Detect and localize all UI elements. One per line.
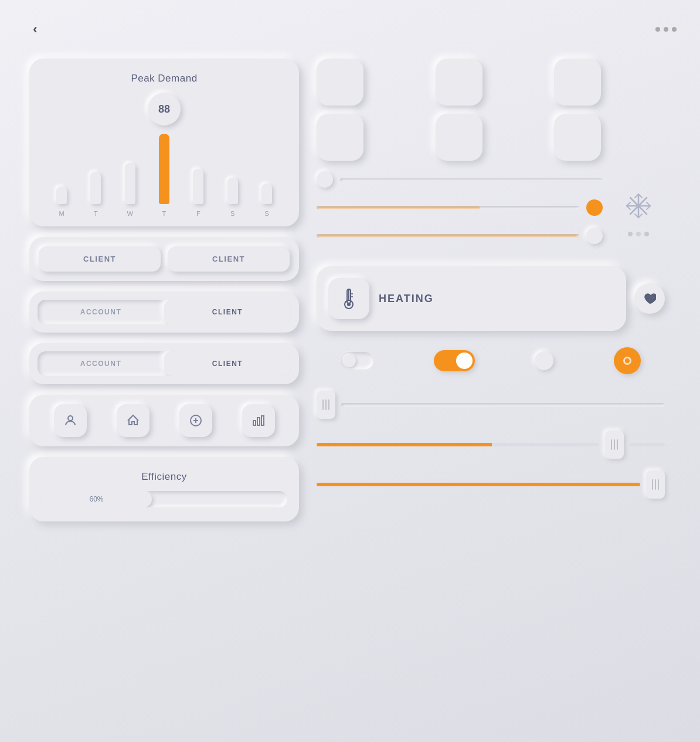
toggle-row xyxy=(311,341,671,380)
mini-dot-3 xyxy=(644,232,649,236)
client-seg-1[interactable]: CLIENT xyxy=(164,300,291,324)
icon-nav xyxy=(39,404,290,437)
efficiency-track: 60% xyxy=(41,491,287,507)
h-slider-A xyxy=(317,391,665,419)
efficiency-card: Efficiency 60% xyxy=(29,457,299,521)
h-slider-knob-A[interactable] xyxy=(317,391,335,419)
knob-line-4 xyxy=(611,439,612,450)
slider-knob-1[interactable] xyxy=(317,171,333,188)
mini-dot-1 xyxy=(628,232,633,236)
h-slider-track-C-pre xyxy=(317,483,640,486)
slider-row-2 xyxy=(317,199,603,216)
bar-W: W xyxy=(115,163,145,217)
bar-F: F xyxy=(184,169,213,217)
left-column: Peak Demand 88 M T W xyxy=(29,59,299,521)
peak-demand-card: Peak Demand 88 M T W xyxy=(29,59,299,226)
btn-group-1: CLIENT CLIENT xyxy=(29,237,299,281)
knob-line-7 xyxy=(652,479,653,490)
mini-dot-2 xyxy=(636,232,641,236)
svg-rect-4 xyxy=(253,421,256,425)
h-slider-C xyxy=(317,470,665,499)
icon-nav-card xyxy=(29,395,299,446)
h-slider-knob-B[interactable] xyxy=(605,431,624,459)
icon-sq-2 xyxy=(436,59,482,106)
back-button[interactable]: ‹ xyxy=(23,18,47,41)
right-icons-area xyxy=(612,191,665,236)
nav-home-icon[interactable] xyxy=(117,404,149,437)
heating-label: HEATING xyxy=(379,293,434,305)
bar-M: M xyxy=(47,187,76,217)
h-slider-track-B-pre xyxy=(317,443,599,446)
h-slider-B xyxy=(317,431,665,459)
dots-menu[interactable] xyxy=(655,27,677,32)
heart-button[interactable] xyxy=(634,283,665,314)
nav-chart-icon[interactable] xyxy=(242,404,275,437)
bar-S1: S xyxy=(218,178,247,217)
icon-sq-1 xyxy=(317,59,363,106)
knob-line-8 xyxy=(655,479,656,490)
slider-track-3 xyxy=(317,234,579,238)
h-slider-track-B-post xyxy=(630,443,665,446)
knob-line-9 xyxy=(658,479,659,490)
knob-line-1 xyxy=(322,399,324,410)
svg-point-0 xyxy=(68,416,73,421)
mini-dots xyxy=(628,232,649,236)
icon-sq-4 xyxy=(317,114,363,161)
icon-sq-5 xyxy=(436,114,482,161)
right-column: HEATING xyxy=(311,59,671,521)
knob-line-5 xyxy=(614,439,615,450)
knob-line-2 xyxy=(325,399,327,410)
bar-T1: T xyxy=(81,172,110,217)
nav-user-icon[interactable] xyxy=(54,404,87,437)
seg-group-1: ACCOUNT CLIENT xyxy=(29,292,299,333)
top-bar: ‹ xyxy=(12,12,688,47)
radio-on-inner xyxy=(623,357,631,365)
dot1 xyxy=(655,27,660,32)
efficiency-title: Efficiency xyxy=(41,471,287,483)
slider-track-2[interactable] xyxy=(317,206,579,209)
bottom-sliders xyxy=(311,391,671,499)
toggle-off-1[interactable] xyxy=(341,352,373,370)
account-seg-2[interactable]: ACCOUNT xyxy=(38,351,164,376)
slider-knob-orange-2[interactable] xyxy=(586,199,603,216)
slider-track-1[interactable] xyxy=(340,178,603,181)
bar-T2-active: T xyxy=(149,134,179,217)
client-btn-2[interactable]: CLIENT xyxy=(168,246,290,272)
dot3 xyxy=(672,27,677,32)
svg-rect-6 xyxy=(261,416,264,425)
icon-sq-3 xyxy=(554,59,601,106)
thermometer-icon xyxy=(328,278,369,319)
slider-knob-3[interactable] xyxy=(586,228,603,244)
bar-chart: M T W T F xyxy=(41,135,287,217)
radio-off-1[interactable] xyxy=(535,351,553,370)
efficiency-fill: 60% xyxy=(41,491,152,507)
sliders-extras-row xyxy=(311,171,671,256)
peak-demand-title: Peak Demand xyxy=(41,73,287,84)
client-btn-1[interactable]: CLIENT xyxy=(39,246,161,272)
h-slider-track-A[interactable] xyxy=(341,403,665,406)
dot2 xyxy=(664,27,668,32)
knob-line-3 xyxy=(328,399,329,410)
main-layout: Peak Demand 88 M T W xyxy=(12,59,688,521)
nav-add-icon[interactable] xyxy=(179,404,212,437)
screen: ‹ Peak Demand 88 M T xyxy=(0,0,700,742)
svg-rect-5 xyxy=(257,418,260,425)
bar-S2: S xyxy=(252,184,281,217)
icon-sq-6 xyxy=(554,114,601,161)
toggle-on-1[interactable] xyxy=(434,350,475,371)
account-seg-1[interactable]: ACCOUNT xyxy=(38,300,164,324)
knob-line-6 xyxy=(617,439,618,450)
svg-point-22 xyxy=(347,303,351,306)
peak-value: 88 xyxy=(148,93,181,126)
radio-on-1[interactable] xyxy=(614,347,641,374)
icon-squares-top xyxy=(311,59,671,161)
h-slider-knob-C[interactable] xyxy=(646,470,665,499)
slider-row-3 xyxy=(317,228,603,244)
snowflake-icon xyxy=(624,191,653,226)
slider-row-1 xyxy=(317,171,603,188)
heating-row: HEATING xyxy=(311,266,671,331)
sliders-section xyxy=(317,171,603,256)
heating-card: HEATING xyxy=(317,266,626,331)
client-seg-2[interactable]: CLIENT xyxy=(164,351,291,376)
seg-group-2: ACCOUNT CLIENT xyxy=(29,343,299,384)
